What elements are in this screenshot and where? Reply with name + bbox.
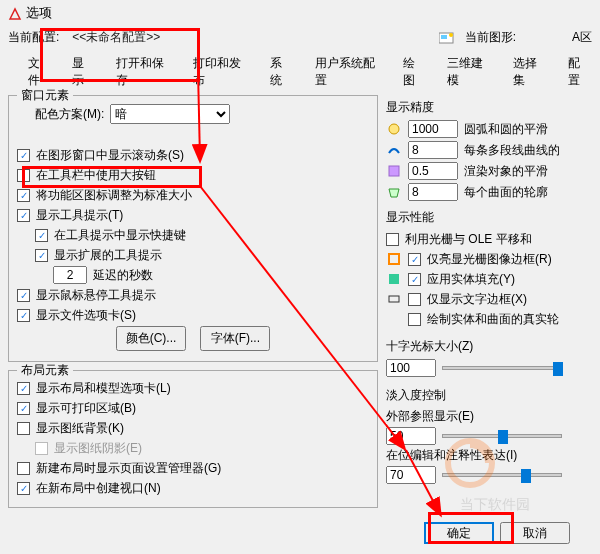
window-title: 选项 [26,5,52,20]
fade-legend: 淡入度控制 [386,387,586,404]
color-scheme-select[interactable]: 暗 [110,104,230,124]
highlight-icon [386,251,402,267]
create-viewport-checkbox[interactable]: ✓ [17,482,30,495]
tab-open-save[interactable]: 打开和保存 [106,51,181,93]
display-precision-legend: 显示精度 [386,99,586,116]
window-elements-legend: 窗口元素 [17,87,73,104]
color-scheme-label: 配色方案(M): [35,106,104,123]
crosshair-label: 十字光标大小(Z) [386,338,586,355]
highlight-raster-label: 仅亮显光栅图像边框(R) [427,251,552,268]
render-smooth-input[interactable] [408,162,458,180]
surface-contour-label: 每个曲面的轮廓 [464,184,548,201]
layout-elements-legend: 布局元素 [17,362,73,379]
hover-tooltip-checkbox[interactable]: ✓ [17,289,30,302]
app-icon [8,5,26,20]
paper-bg-checkbox[interactable] [17,422,30,435]
page-setup-checkbox[interactable] [17,462,30,475]
printable-area-checkbox[interactable]: ✓ [17,402,30,415]
ext-tooltips-checkbox[interactable]: ✓ [35,249,48,262]
inplace-fade-slider[interactable] [442,473,562,477]
paper-shadow-label: 显示图纸阴影(E) [54,440,142,457]
inplace-fade-input[interactable] [386,466,436,484]
paper-shadow-checkbox [35,442,48,455]
file-tab-checkbox[interactable]: ✓ [17,309,30,322]
svg-rect-1 [441,35,447,39]
svg-rect-4 [389,166,399,176]
svg-rect-6 [389,274,399,284]
layout-tabs-checkbox[interactable]: ✓ [17,382,30,395]
scrollbars-label: 在图形窗口中显示滚动条(S) [36,147,184,164]
delay-seconds-input[interactable] [53,266,87,284]
surface-contour-input[interactable] [408,183,458,201]
resize-ribbon-checkbox[interactable]: ✓ [17,189,30,202]
tooltips-checkbox[interactable]: ✓ [17,209,30,222]
inplace-fade-label: 在位编辑和注释性表达(I) [386,447,586,464]
svg-rect-5 [389,254,399,264]
current-profile: <<未命名配置>> [67,28,165,47]
printable-area-label: 显示可打印区域(B) [36,400,136,417]
create-viewport-label: 在新布局中创建视口(N) [36,480,161,497]
arc-smooth-label: 圆弧和圆的平滑 [464,121,548,138]
render-smooth-label: 渲染对象的平滑 [464,163,548,180]
big-buttons-label: 在工具栏中使用大按钮 [36,167,156,184]
drawing-icon [439,31,457,45]
polyline-segs-input[interactable] [408,141,458,159]
raster-ole-label: 利用光栅与 OLE 平移和 [405,231,532,248]
shortcuts-label: 在工具提示中显示快捷键 [54,227,186,244]
tab-user-pref[interactable]: 用户系统配置 [305,51,391,93]
xref-fade-label: 外部参照显示(E) [386,408,586,425]
xref-fade-slider[interactable] [442,434,562,438]
text-frame-icon [386,291,402,307]
svg-point-2 [449,33,453,37]
highlight-raster-checkbox[interactable]: ✓ [408,253,421,266]
true-silh-label: 绘制实体和曲面的真实轮 [427,311,559,328]
layout-tabs-label: 显示布局和模型选项卡(L) [36,380,171,397]
scrollbars-checkbox[interactable]: ✓ [17,149,30,162]
shortcuts-checkbox[interactable]: ✓ [35,229,48,242]
text-frame-checkbox[interactable] [408,293,421,306]
arc-smooth-input[interactable] [408,120,458,138]
resize-ribbon-label: 将功能区图标调整为标准大小 [36,187,192,204]
tab-system[interactable]: 系统 [260,51,302,93]
arc-icon [386,121,402,137]
delay-label: 延迟的秒数 [93,267,153,284]
font-button[interactable]: 字体(F)... [200,326,270,351]
ext-tooltips-label: 显示扩展的工具提示 [54,247,162,264]
polyline-icon [386,142,402,158]
paper-bg-label: 显示图纸背景(K) [36,420,124,437]
solid-fill-icon [386,271,402,287]
hover-tooltip-label: 显示鼠标悬停工具提示 [36,287,156,304]
page-setup-label: 新建布局时显示页面设置管理器(G) [36,460,221,477]
current-config-label: 当前配置: [8,29,59,46]
crosshair-slider[interactable] [442,366,562,370]
tooltips-label: 显示工具提示(T) [36,207,123,224]
display-perf-legend: 显示性能 [386,209,586,226]
tab-drafting[interactable]: 绘图 [393,51,435,93]
text-frame-label: 仅显示文字边框(X) [427,291,527,308]
render-icon [386,163,402,179]
tab-plot-publish[interactable]: 打印和发布 [183,51,258,93]
crosshair-size-input[interactable] [386,359,436,377]
big-buttons-checkbox[interactable] [17,169,30,182]
options-tabs: 文件 显示 打开和保存 打印和发布 系统 用户系统配置 绘图 三维建模 选择集 … [0,51,600,93]
solid-fill-checkbox[interactable]: ✓ [408,273,421,286]
colors-button[interactable]: 颜色(C)... [116,326,187,351]
raster-ole-checkbox[interactable] [386,233,399,246]
xref-fade-input[interactable] [386,427,436,445]
surface-icon [386,184,402,200]
file-tab-label: 显示文件选项卡(S) [36,307,136,324]
svg-point-3 [389,124,399,134]
cancel-button[interactable]: 取消 [500,522,570,544]
polyline-segs-label: 每条多段线曲线的 [464,142,560,159]
ok-button[interactable]: 确定 [424,522,494,544]
solid-fill-label: 应用实体填充(Y) [427,271,515,288]
tab-selection[interactable]: 选择集 [503,51,556,93]
drawing-name-hint: A区 [572,29,592,46]
tab-profiles[interactable]: 配置 [558,51,600,93]
tab-3d-modeling[interactable]: 三维建模 [437,51,501,93]
svg-rect-7 [389,296,399,302]
current-drawing-label: 当前图形: [465,29,516,46]
true-silh-checkbox[interactable] [408,313,421,326]
